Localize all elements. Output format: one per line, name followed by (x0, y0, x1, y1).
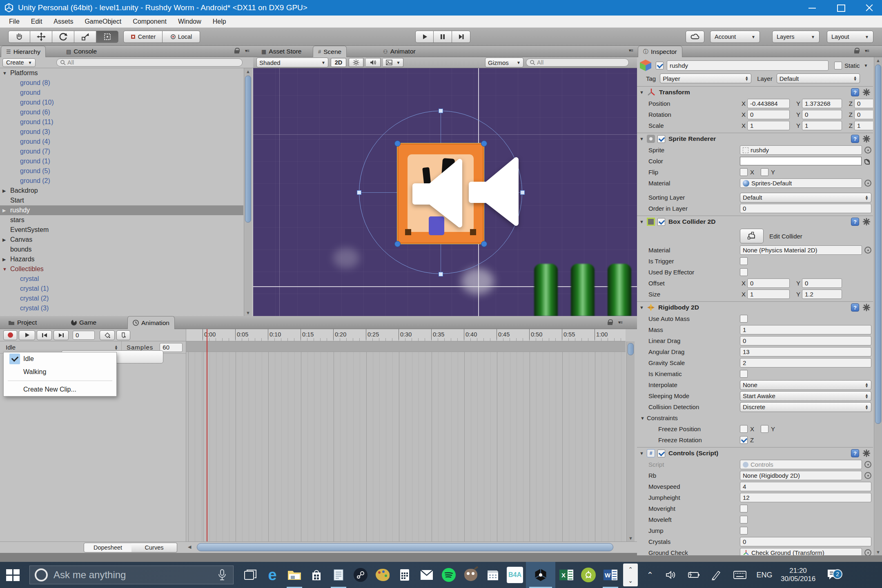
taskbar-excel[interactable]: X (555, 562, 577, 588)
order-in-layer-field[interactable]: 0 (740, 204, 871, 213)
ground-check-object-field[interactable]: Check Ground (Transform) (740, 548, 862, 555)
gear-icon[interactable] (862, 218, 871, 226)
panel-menu-icon[interactable]: ▾≡ (245, 48, 249, 53)
object-picker-icon[interactable] (864, 549, 871, 555)
inspector-scrollbar[interactable]: ▲ ▼ (874, 57, 882, 555)
effects-dropdown-button[interactable]: ▼ (383, 58, 403, 67)
dopesheet-tab[interactable]: Dopesheet (84, 543, 132, 552)
sleeping-mode-dropdown[interactable]: Start Awake▲▼ (740, 391, 871, 401)
rotation-y-field[interactable]: 0 (802, 110, 842, 119)
tab-scene[interactable]: #Scene (313, 46, 347, 57)
tray-scroll-buttons[interactable]: ⌃⌄ (621, 562, 639, 588)
hierarchy-item-crystal[interactable]: crystal (0, 274, 243, 284)
inspector-scrollbar-thumb[interactable] (875, 65, 881, 424)
scale-z-field[interactable]: 1 (854, 121, 873, 130)
scale-y-field[interactable]: 1 (802, 121, 842, 130)
name-field[interactable]: rushdy (667, 60, 829, 71)
foldout-closed-icon[interactable]: ▶ (2, 257, 9, 262)
sprite-object-field[interactable]: rushdy (740, 145, 862, 155)
menu-help[interactable]: Help (207, 18, 232, 25)
taskbar-paint[interactable] (372, 562, 394, 588)
play-button[interactable] (415, 31, 434, 43)
microphone-icon[interactable] (218, 569, 227, 581)
maximize-button[interactable] (835, 2, 846, 13)
static-dropdown-icon[interactable]: ▼ (864, 63, 868, 68)
eyedropper-icon[interactable] (864, 158, 871, 165)
physics-material-field[interactable]: None (Physics Material 2D) (740, 245, 862, 255)
hierarchy-item-crystal[interactable]: crystal (1) (0, 284, 243, 294)
tab-animation[interactable]: Animation (127, 316, 175, 329)
help-icon[interactable]: ? (851, 88, 859, 96)
mass-field[interactable]: 1 (740, 325, 871, 334)
hierarchy-item-stars[interactable]: stars (0, 215, 243, 225)
rect-handle-top-left[interactable] (394, 140, 401, 147)
use-auto-mass-checkbox[interactable] (740, 315, 748, 323)
playhead[interactable] (207, 329, 207, 541)
menu-gameobject[interactable]: GameObject (79, 18, 127, 25)
position-x-field[interactable]: -0.443884 (747, 99, 790, 108)
hierarchy-item-hazards[interactable]: ▶Hazards (0, 254, 243, 264)
gear-icon[interactable] (862, 449, 871, 457)
add-event-button[interactable] (116, 330, 130, 340)
scene-viewport[interactable] (253, 68, 637, 316)
foldout-open-icon[interactable]: ▼ (639, 90, 646, 95)
next-key-button[interactable] (53, 330, 69, 340)
tray-volume[interactable] (661, 562, 682, 588)
hierarchy-item-ground[interactable]: ground (10) (0, 98, 243, 107)
taskbar-calendar[interactable] (482, 562, 504, 588)
freeze-position-x-checkbox[interactable] (740, 425, 748, 433)
scroll-down-icon[interactable]: ⌄ (628, 577, 633, 584)
box-collider-header[interactable]: ▼ Box Collider 2D ? (637, 216, 873, 227)
tab-console[interactable]: ▤Console (61, 46, 102, 57)
task-view-button[interactable] (239, 562, 261, 588)
offset-y-field[interactable]: 0 (802, 278, 842, 288)
taskbar-file-explorer[interactable] (283, 562, 305, 588)
taskbar-notepad[interactable] (327, 562, 350, 588)
lock-icon[interactable] (608, 319, 612, 325)
edit-collider-button[interactable] (740, 229, 764, 243)
tray-clock[interactable]: 21:2030/05/2016 (777, 562, 820, 588)
tab-hierarchy[interactable]: ☰Hierarchy (1, 46, 46, 57)
component-enabled-checkbox[interactable] (657, 218, 665, 226)
render-mode-dropdown[interactable]: Shaded▼ (256, 58, 328, 67)
scene-search-input[interactable]: All (526, 58, 629, 67)
tray-language[interactable]: ENG (752, 562, 777, 588)
flip-x-checkbox[interactable] (740, 168, 748, 176)
tray-battery[interactable] (682, 562, 705, 588)
gravity-scale-field[interactable]: 2 (740, 358, 871, 368)
rb-object-field[interactable]: None (Rigidbody 2D) (740, 471, 862, 480)
rect-handle-top-right[interactable] (481, 140, 487, 147)
taskbar-edge[interactable]: e (261, 562, 283, 588)
menu-item-walking[interactable]: Walking (4, 365, 116, 379)
hidden-icons-chevron[interactable]: ⌃ (639, 562, 661, 588)
movespeed-field[interactable]: 4 (740, 482, 871, 491)
freeze-position-y-checkbox[interactable] (761, 425, 768, 433)
scroll-up-icon[interactable]: ⌃ (628, 566, 633, 572)
interpolate-dropdown[interactable]: None▲▼ (740, 380, 871, 390)
foldout-open-icon[interactable]: ▼ (639, 451, 646, 456)
hierarchy-item-ground[interactable]: ground (7) (0, 147, 243, 156)
tag-dropdown[interactable]: Player▲▼ (660, 74, 751, 83)
hierarchy-item-collectibles[interactable]: ▼Collectibles (0, 264, 243, 274)
hierarchy-item-backdrop[interactable]: ▶Backdrop (0, 186, 243, 196)
hierarchy-item-ground[interactable]: ground (11) (0, 117, 243, 127)
layers-dropdown[interactable]: Layers▼ (772, 31, 820, 43)
gizmo-handle-west[interactable] (357, 190, 361, 195)
gear-icon[interactable] (862, 88, 871, 96)
gear-icon[interactable] (862, 303, 871, 312)
collision-detection-dropdown[interactable]: Discrete▲▼ (740, 402, 871, 412)
tab-asset-store[interactable]: ▦Asset Store (256, 46, 306, 57)
hierarchy-item-eventsystem[interactable]: EventSystem (0, 225, 243, 235)
h-scrollbar-thumb[interactable] (197, 543, 613, 551)
taskbar-spotify[interactable] (438, 562, 460, 588)
hierarchy-item-canvas[interactable]: ▶Canvas (0, 235, 243, 245)
foldout-open-icon[interactable]: ▼ (2, 71, 9, 76)
animation-scrollbar-thumb[interactable] (628, 343, 634, 355)
lighting-toggle-button[interactable] (349, 58, 363, 67)
hierarchy-item-ground[interactable]: ground (3) (0, 127, 243, 137)
offset-x-field[interactable]: 0 (747, 278, 790, 288)
moveright-checkbox[interactable] (740, 505, 748, 512)
panel-menu-icon[interactable]: ▾≡ (865, 48, 869, 53)
active-checkbox[interactable] (656, 62, 664, 69)
gizmos-dropdown[interactable]: Gizmos▼ (485, 58, 523, 67)
